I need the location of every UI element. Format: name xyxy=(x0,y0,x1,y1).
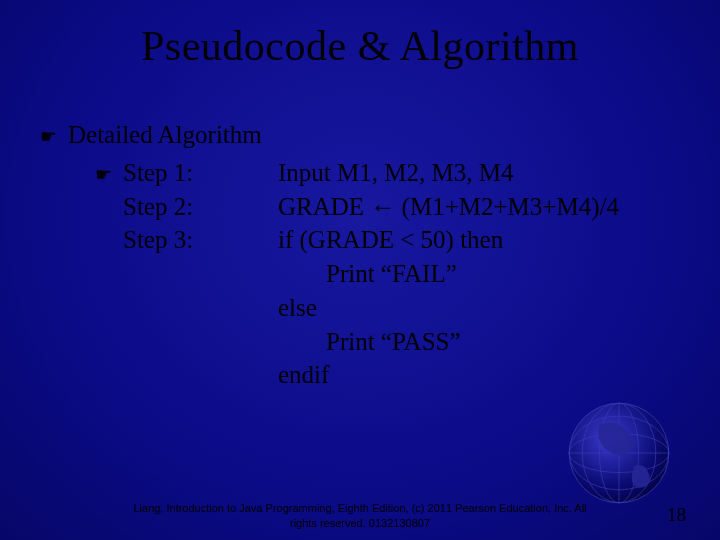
step-body: if (GRADE < 50) then xyxy=(278,223,700,257)
continuation-line: else xyxy=(123,291,700,325)
step-line: Step 2: GRADE ← (M1+M2+M3+M4)/4 xyxy=(123,190,700,224)
step-body: GRADE ← (M1+M2+M3+M4)/4 xyxy=(278,190,700,224)
continuation-text: else xyxy=(278,291,700,325)
footer-line-2: rights reserved. 0132130807 xyxy=(290,517,430,529)
step-label: Step 1: xyxy=(123,156,278,190)
hand-bullet-icon: ☛ xyxy=(40,124,68,150)
bullet-heading: Detailed Algorithm xyxy=(68,118,262,152)
continuation-line: endif xyxy=(123,358,700,392)
continuation-line: Print “FAIL” xyxy=(123,257,700,291)
slide-title: Pseudocode & Algorithm xyxy=(0,22,720,70)
continuation-text: Print “FAIL” xyxy=(278,257,700,291)
continuation-text: endif xyxy=(278,358,700,392)
globe-graphic xyxy=(554,388,684,518)
footer-citation: Liang, Introduction to Java Programming,… xyxy=(0,501,720,530)
algorithm-block: ☛ Step 1: Input M1, M2, M3, M4 Step 2: G… xyxy=(95,156,700,392)
step-body: Input M1, M2, M3, M4 xyxy=(278,156,700,190)
slide-content: ☛ Detailed Algorithm ☛ Step 1: Input M1,… xyxy=(40,118,700,392)
step-label: Step 2: xyxy=(123,190,278,224)
hand-bullet-icon: ☛ xyxy=(95,162,123,188)
svg-point-3 xyxy=(600,403,639,503)
footer-line-1: Liang, Introduction to Java Programming,… xyxy=(133,502,586,514)
svg-point-4 xyxy=(582,403,656,503)
page-number: 18 xyxy=(667,504,686,526)
continuation-text: Print “PASS” xyxy=(278,325,700,359)
svg-point-2 xyxy=(569,416,669,490)
step-row: ☛ Step 1: Input M1, M2, M3, M4 Step 2: G… xyxy=(95,156,700,392)
step-line: Step 1: Input M1, M2, M3, M4 xyxy=(123,156,700,190)
step-line: Step 3: if (GRADE < 50) then xyxy=(123,223,700,257)
continuation-line: Print “PASS” xyxy=(123,325,700,359)
bullet-heading-row: ☛ Detailed Algorithm xyxy=(40,118,700,152)
svg-point-0 xyxy=(569,403,669,503)
svg-point-1 xyxy=(569,434,669,473)
step-label: Step 3: xyxy=(123,223,278,257)
